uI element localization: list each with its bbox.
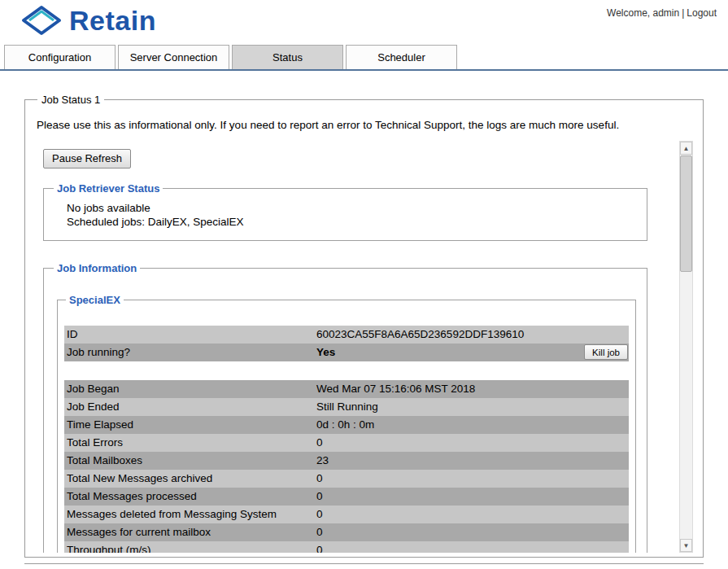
retriever-line-1: No jobs available (67, 201, 639, 215)
table-row-messages-deleted: Messages deleted from Messaging System 0 (64, 506, 629, 523)
job-retriever-status-fieldset: Job Retriever Status No jobs available S… (43, 182, 647, 241)
table-row-messages-current-mailbox: Messages for current mailbox 0 (64, 523, 629, 541)
row-value: 0 (316, 506, 323, 523)
table-row-job-began: Job Began Wed Mar 07 15:16:06 MST 2018 (64, 380, 629, 398)
tab-configuration[interactable]: Configuration (4, 45, 116, 69)
table-row-job-running: Job running? Yes Kill job (64, 344, 629, 361)
retain-logo: Retain (21, 3, 156, 36)
table-row-time-elapsed: Time Elapsed 0d : 0h : 0m (64, 416, 629, 434)
row-label: Job Ended (64, 398, 316, 416)
scrollbar-thumb[interactable] (680, 155, 692, 272)
row-value: Still Running (316, 398, 378, 416)
row-value: Yes (316, 344, 335, 361)
row-value: 0d : 0h : 0m (316, 416, 374, 434)
row-value: 23 (316, 452, 329, 470)
table-row-new-messages-archived: Total New Messages archived 0 (64, 470, 629, 488)
row-label: Total Messages processed (64, 488, 316, 506)
logout-link[interactable]: Logout (687, 7, 717, 19)
row-label: Total Mailboxes (64, 452, 316, 470)
scroll-down-button[interactable]: ▼ (680, 539, 692, 552)
table-row-job-ended: Job Ended Still Running (64, 398, 629, 416)
row-label: ID (64, 326, 316, 344)
row-label: Throughput (m/s) (64, 541, 316, 553)
row-label: Time Elapsed (64, 416, 316, 434)
row-value: Wed Mar 07 15:16:06 MST 2018 (316, 380, 475, 398)
specialex-fieldset: SpecialEX ID 60023CA55F8A6A65D236592DDF1… (57, 294, 636, 553)
table-row-id: ID 60023CA55F8A6A65D236592DDF139610 (64, 326, 629, 344)
header: Retain Welcome, admin|Logout (0, 0, 728, 44)
job-retriever-status-legend: Job Retriever Status (54, 182, 163, 195)
job-information-legend: Job Information (54, 262, 140, 274)
tab-scheduler[interactable]: Scheduler (346, 45, 457, 69)
row-value: 0 (316, 470, 323, 488)
welcome-text: Welcome, admin (607, 7, 679, 19)
kill-job-button[interactable]: Kill job (584, 344, 628, 360)
row-label: Messages for current mailbox (64, 523, 316, 541)
table-row-total-mailboxes: Total Mailboxes 23 (64, 452, 629, 470)
logo-text: Retain (69, 5, 156, 36)
tab-server-connection[interactable]: Server Connection (118, 45, 229, 69)
job-status-table: ID 60023CA55F8A6A65D236592DDF139610 Job … (64, 326, 629, 553)
welcome-bar: Welcome, admin|Logout (607, 3, 717, 19)
status-scroll-content: Pause Refresh Job Retriever Status No jo… (35, 141, 675, 553)
pause-refresh-button[interactable]: Pause Refresh (43, 149, 131, 169)
table-row-messages-processed: Total Messages processed 0 (64, 488, 629, 506)
retriever-line-2: Scheduled jobs: DailyEX, SpecialEX (67, 215, 639, 229)
vertical-scrollbar[interactable]: ▲ ▼ (679, 141, 693, 553)
retain-logo-icon (21, 5, 62, 36)
row-label: Total Errors (64, 434, 316, 452)
table-row-total-errors: Total Errors 0 (64, 434, 629, 452)
info-text: Please use this as informational only. I… (37, 119, 693, 131)
scroll-up-button[interactable]: ▲ (680, 142, 692, 155)
row-value: 0 (316, 523, 323, 541)
main-content: Job Status 1 Please use this as informat… (0, 71, 728, 564)
job-information-fieldset: Job Information SpecialEX ID 60023CA55F8… (43, 262, 647, 553)
status-scroll-area: Pause Refresh Job Retriever Status No jo… (35, 141, 693, 553)
specialex-legend: SpecialEX (66, 294, 124, 306)
table-spacer (64, 361, 629, 380)
row-value: 60023CA55F8A6A65D236592DDF139610 (316, 326, 524, 344)
footer-divider (24, 563, 704, 564)
row-value: 0 (316, 541, 323, 553)
job-status-legend: Job Status 1 (37, 94, 104, 106)
row-label: Messages deleted from Messaging System (64, 506, 316, 523)
row-value: 0 (316, 488, 323, 506)
row-label: Job running? (64, 344, 316, 361)
row-label: Job Began (64, 380, 316, 398)
row-label: Total New Messages archived (64, 470, 316, 488)
job-status-fieldset: Job Status 1 Please use this as informat… (24, 94, 704, 558)
table-row-throughput: Throughput (m/s) 0 (64, 541, 629, 553)
row-value: 0 (316, 434, 323, 452)
tab-bar: Configuration Server Connection Status S… (0, 44, 728, 71)
tab-status[interactable]: Status (232, 45, 343, 69)
welcome-divider: | (682, 7, 684, 19)
